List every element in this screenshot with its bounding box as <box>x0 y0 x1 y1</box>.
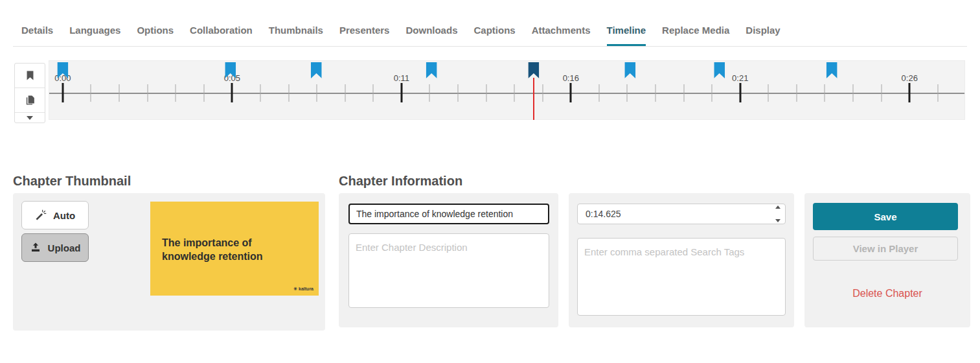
magic-wand-icon <box>35 209 47 221</box>
tab-downloads[interactable]: Downloads <box>405 24 457 47</box>
tab-collaboration[interactable]: Collaboration <box>190 24 253 47</box>
chapter-time-input[interactable] <box>577 204 786 224</box>
chapter-marker[interactable] <box>311 62 322 78</box>
chapter-thumbnail-preview: The importance of knowledge retention ✳ … <box>150 202 319 296</box>
spinner-up-icon[interactable] <box>775 205 781 209</box>
caret-down-icon <box>27 116 33 120</box>
chapter-marker[interactable] <box>57 62 68 78</box>
chapter-actions-panel: Save View in Player Delete Chapter <box>804 193 970 327</box>
tab-replace-media[interactable]: Replace Media <box>662 24 729 47</box>
add-chapter-button[interactable] <box>15 64 45 88</box>
chapter-marker[interactable] <box>826 62 838 78</box>
tab-display[interactable]: Display <box>746 24 780 47</box>
upload-icon <box>30 242 41 253</box>
tab-details[interactable]: Details <box>21 24 53 47</box>
tab-bar-divider <box>13 46 967 47</box>
playhead[interactable] <box>533 78 534 120</box>
auto-button-label: Auto <box>53 210 75 221</box>
chapter-description-textarea[interactable] <box>348 233 549 308</box>
chapter-information-heading: Chapter Information <box>339 174 462 189</box>
chapter-title-panel <box>339 193 558 327</box>
chapter-thumbnail-panel: Auto Upload The importance of knowledge … <box>13 193 325 331</box>
spinner-down-icon[interactable] <box>775 219 781 222</box>
auto-thumbnail-button[interactable]: Auto <box>21 201 89 229</box>
thumbnail-slide-text: The importance of knowledge retention <box>162 236 263 263</box>
delete-chapter-link[interactable]: Delete Chapter <box>804 288 970 299</box>
upload-thumbnail-button[interactable]: Upload <box>21 233 89 262</box>
chapter-marker[interactable] <box>714 62 725 78</box>
chapter-marker-selected[interactable] <box>528 62 539 78</box>
time-spinner[interactable] <box>773 204 782 224</box>
kaltura-logo: ✳ kaltura <box>293 287 313 292</box>
tab-languages[interactable]: Languages <box>69 24 120 47</box>
search-tags-textarea[interactable] <box>577 238 786 316</box>
chapter-marker[interactable] <box>624 62 635 78</box>
timeline-toolbar <box>14 63 45 123</box>
tab-options[interactable]: Options <box>137 24 174 47</box>
timeline-strip[interactable]: 0:000:050:110:160:210:26 <box>49 60 965 120</box>
chapter-marker[interactable] <box>225 62 236 78</box>
chapter-title-input[interactable] <box>348 204 549 224</box>
tab-thumbnails[interactable]: Thumbnails <box>269 24 323 47</box>
timeline-toolbar-expander[interactable] <box>15 113 45 123</box>
tab-bar: DetailsLanguagesOptionsCollaborationThum… <box>21 24 781 47</box>
slides-icon <box>25 95 36 106</box>
add-slide-button[interactable] <box>15 88 45 113</box>
tab-timeline[interactable]: Timeline <box>607 24 646 47</box>
chapter-time-field <box>577 204 786 224</box>
tab-presenters[interactable]: Presenters <box>339 24 390 47</box>
view-in-player-button[interactable]: View in Player <box>813 237 958 261</box>
tab-attachments[interactable]: Attachments <box>532 24 591 47</box>
chapter-time-panel <box>569 193 794 327</box>
chapter-thumbnail-heading: Chapter Thumbnail <box>13 174 131 189</box>
tab-captions[interactable]: Captions <box>473 24 515 47</box>
chapter-marker[interactable] <box>426 62 437 78</box>
timeline-markers <box>49 61 964 119</box>
chapter-editor-page: DetailsLanguagesOptionsCollaborationThum… <box>0 0 980 363</box>
save-button[interactable]: Save <box>813 203 958 230</box>
upload-button-label: Upload <box>48 242 81 253</box>
bookmark-icon <box>25 70 36 81</box>
